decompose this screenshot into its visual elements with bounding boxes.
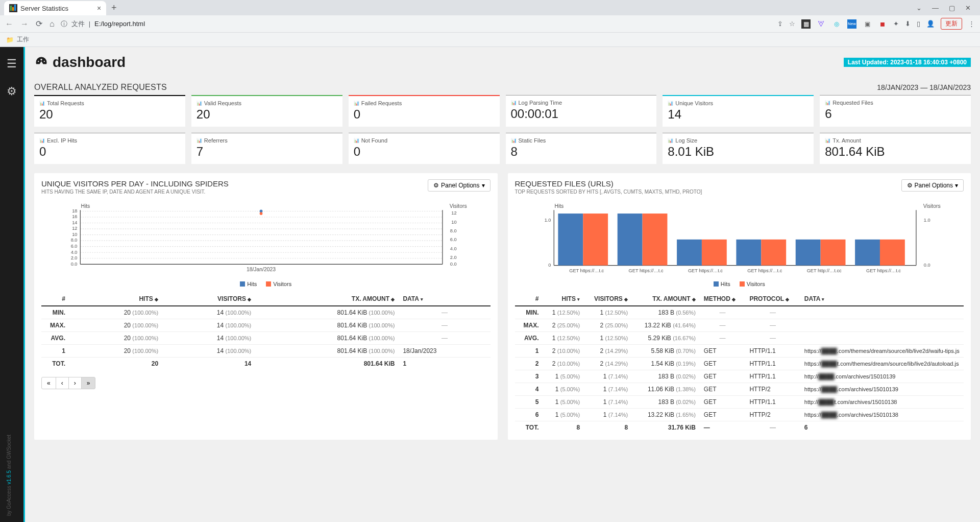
page-next-button[interactable]: ›: [68, 377, 82, 389]
address-bar[interactable]: ⓘ 文件 | E:/log/report.html: [61, 19, 771, 29]
svg-text:GET https://…t.c: GET https://…t.c: [747, 268, 782, 273]
col-method[interactable]: METHOD ◆: [700, 292, 746, 306]
bookmark-folder[interactable]: 工作: [17, 35, 29, 44]
col-visitors[interactable]: VISITORS ◆: [162, 292, 255, 306]
col-num[interactable]: #: [41, 292, 69, 306]
table-stat-row: MIN.20 (100.00%)14 (100.00%)801.64 KiB (…: [41, 306, 491, 319]
svg-text:0: 0: [548, 263, 551, 268]
col-num[interactable]: #: [515, 292, 543, 306]
reader-icon[interactable]: ▯: [917, 20, 920, 28]
svg-point-36: [260, 212, 263, 215]
col-data[interactable]: DATA ▾: [399, 292, 490, 306]
ext-icon-3[interactable]: ◎: [832, 19, 841, 29]
profile-icon[interactable]: 👤: [926, 20, 935, 28]
svg-rect-53: [736, 240, 761, 266]
svg-text:GET https://…t.c: GET https://…t.c: [569, 268, 604, 273]
svg-text:18: 18: [72, 208, 77, 213]
svg-text:6.0: 6.0: [450, 237, 457, 242]
files-chart: Hits Visitors 1.0 0 1.0 0.0 GET https://…: [515, 202, 964, 287]
stat-card: 📊Log Size8.01 KiB: [663, 133, 814, 164]
ext-icon-2[interactable]: ⩔: [817, 19, 826, 29]
files-panel-subtitle: TOP REQUESTS SORTED BY HITS [, AVGTS, CU…: [515, 189, 702, 195]
home-icon[interactable]: ⌂: [50, 19, 55, 29]
bar-chart-icon: 📊: [197, 101, 202, 106]
ext-icon-new[interactable]: New: [847, 19, 856, 29]
overall-title: OVERALL ANALYZED REQUESTS: [34, 83, 167, 92]
files-table: # HITS ▾ VISITORS ◆ TX. AMOUNT ◆ METHOD …: [515, 292, 964, 434]
table-row: 51 (5.00%)1 (7.14%)183 B (0.02%)GETHTTP/…: [515, 396, 964, 409]
browser-tab[interactable]: Server Statistics ×: [4, 1, 106, 15]
stat-value: 801.64 KiB: [825, 145, 966, 159]
legend-visitors: Visitors: [740, 281, 765, 287]
page-last-button[interactable]: »: [81, 377, 96, 389]
stat-card: 📊Requested Files6: [820, 95, 971, 127]
svg-text:10: 10: [451, 220, 456, 225]
panel-options-button[interactable]: ⚙ Panel Options ▾: [901, 179, 964, 192]
menu-icon[interactable]: ⋮: [968, 20, 975, 28]
stat-card: 📊Unique Visitors14: [663, 95, 814, 127]
table-row: 61 (5.00%)1 (7.14%)13.22 KiB (1.65%)GETH…: [515, 409, 964, 421]
bar-chart-icon: 📊: [39, 138, 45, 143]
forward-icon[interactable]: →: [20, 19, 29, 29]
page-prev-button[interactable]: ‹: [56, 377, 69, 389]
gear-icon: ⚙: [907, 182, 913, 189]
stat-label: Valid Requests: [204, 100, 241, 106]
svg-text:4.0: 4.0: [71, 250, 78, 255]
panel-options-button[interactable]: ⚙ Panel Options ▾: [428, 179, 490, 192]
col-data[interactable]: DATA ▾: [800, 292, 964, 306]
dropdown-icon[interactable]: ⌄: [916, 4, 922, 12]
ext-icon-5[interactable]: ▣: [863, 19, 872, 29]
stat-value: 20: [197, 107, 337, 122]
overall-header: OVERALL ANALYZED REQUESTS 18/JAN/2023 — …: [34, 83, 971, 92]
reload-icon[interactable]: ⟳: [36, 19, 42, 29]
stat-label: Requested Files: [832, 100, 873, 106]
folder-icon: 📁: [6, 36, 14, 43]
page-title: dashboard: [34, 54, 126, 70]
stat-value: 14: [668, 107, 808, 122]
info-icon[interactable]: ⓘ: [61, 19, 67, 29]
col-tx[interactable]: TX. AMOUNT ◆: [255, 292, 399, 306]
stat-value: 0: [354, 145, 495, 159]
star-icon[interactable]: ☆: [789, 20, 795, 28]
page-title-text: dashboard: [53, 54, 126, 70]
svg-rect-2: [12, 7, 14, 11]
tab-strip: Server Statistics × + ⌄ — ▢ ✕: [0, 0, 980, 15]
stat-card: 📊Failed Requests0: [349, 95, 500, 127]
col-protocol[interactable]: PROTOCOL ◆: [745, 292, 800, 306]
close-tab-icon[interactable]: ×: [97, 4, 101, 12]
files-panel: REQUESTED FILES (URLS) TOP REQUESTS SORT…: [508, 173, 971, 440]
back-icon[interactable]: ←: [5, 19, 13, 29]
chevron-down-icon: ▾: [955, 182, 958, 189]
col-hits[interactable]: HITS ◆: [69, 292, 162, 306]
close-window-icon[interactable]: ✕: [965, 4, 971, 12]
stat-label: Not Found: [361, 137, 387, 144]
table-stat-row: MAX.2 (25.00%)2 (25.00%)13.22 KiB (41.64…: [515, 319, 964, 332]
share-icon[interactable]: ⇪: [777, 20, 783, 28]
extensions-icon[interactable]: ✦: [893, 20, 899, 28]
download-icon[interactable]: ⬇: [905, 20, 911, 28]
update-button[interactable]: 更新: [941, 18, 962, 30]
stats-grid: 📊Total Requests20📊Valid Requests20📊Faile…: [34, 95, 971, 164]
svg-rect-1: [10, 6, 12, 11]
ext-icon-6[interactable]: ◼: [878, 19, 887, 29]
hamburger-icon[interactable]: ☰: [7, 57, 17, 70]
svg-rect-55: [795, 240, 820, 266]
new-tab-button[interactable]: +: [111, 3, 117, 13]
table-stat-row: AVG.1 (12.50%)1 (12.50%)5.29 KiB (16.67%…: [515, 332, 964, 345]
bar-chart-icon: 📊: [668, 138, 673, 143]
pagination: « ‹ › »: [41, 377, 491, 389]
col-tx[interactable]: TX. AMOUNT ◆: [632, 292, 700, 306]
svg-rect-56: [820, 240, 845, 266]
svg-text:GET http://…t.cc: GET http://…t.cc: [806, 268, 841, 273]
ext-icon-1[interactable]: ▦: [801, 19, 811, 29]
stat-card: 📊Tx. Amount801.64 KiB: [820, 133, 971, 164]
svg-text:GET https://…t.c: GET https://…t.c: [688, 268, 722, 273]
stat-label: Unique Visitors: [675, 100, 713, 106]
col-visitors[interactable]: VISITORS ◆: [584, 292, 632, 306]
page-first-button[interactable]: «: [41, 377, 56, 389]
minimize-icon[interactable]: —: [932, 4, 939, 12]
svg-rect-52: [701, 240, 726, 266]
col-hits[interactable]: HITS ▾: [543, 292, 584, 306]
maximize-icon[interactable]: ▢: [949, 4, 955, 12]
gear-icon[interactable]: ⚙: [7, 85, 17, 98]
